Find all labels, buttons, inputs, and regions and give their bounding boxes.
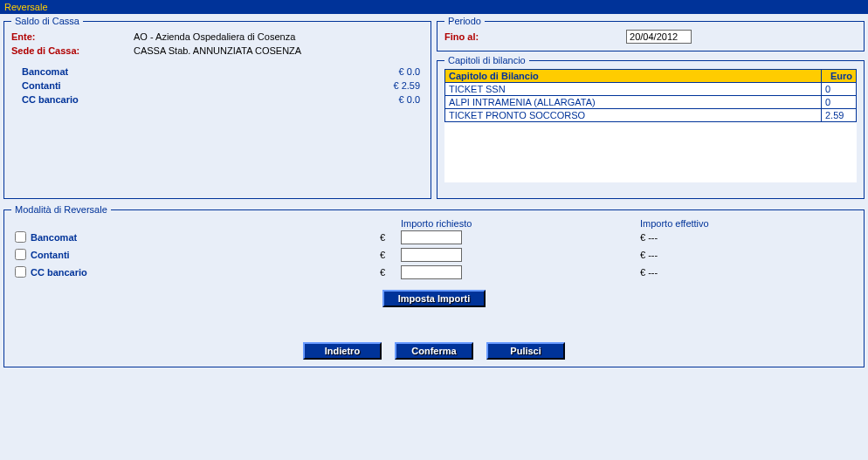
saldo-row: Bancomat € 0.0	[11, 65, 424, 79]
title-bar: Reversale	[0, 0, 868, 14]
saldo-row: Contanti € 2.59	[11, 79, 424, 93]
periodo-legend: Periodo	[444, 16, 485, 26]
sede-value: CASSA Stab. ANNUNZIATA COSENZA	[134, 45, 301, 56]
capitolo-name: TICKET SSN	[445, 83, 822, 96]
modalita-row-name: CC bancario	[31, 267, 380, 278]
fino-al-label: Fino al:	[444, 31, 619, 42]
saldo-row-amount: € 0.0	[399, 94, 420, 105]
currency-symbol: €	[380, 250, 401, 260]
capitolo-name: TICKET PRONTO SOCCORSO	[445, 109, 822, 122]
modalita-row: CC bancario € € ---	[11, 264, 857, 281]
bancomat-effettivo: € ---	[640, 232, 771, 243]
saldo-row-amount: € 2.59	[393, 80, 420, 91]
saldo-di-cassa-group: Saldo di Cassa Ente: AO - Azienda Ospeda…	[3, 16, 431, 199]
sede-label: Sede di Cassa:	[11, 45, 134, 56]
ente-label: Ente:	[11, 31, 134, 42]
capitoli-col-euro: Euro	[822, 70, 857, 83]
contanti-checkbox[interactable]	[15, 249, 26, 260]
bancomat-importo-input[interactable]	[401, 230, 462, 244]
importo-richiesto-header: Importo richiesto	[401, 218, 619, 229]
conferma-button[interactable]: Conferma	[395, 342, 473, 360]
modalita-group: Modalità di Reversale Importo richiesto …	[3, 204, 865, 367]
importo-effettivo-header: Importo effettivo	[640, 218, 771, 229]
saldo-row-amount: € 0.0	[399, 66, 420, 77]
ccbancario-importo-input[interactable]	[401, 265, 462, 279]
modalita-row: Contanti € € ---	[11, 246, 857, 264]
pulisci-button[interactable]: Pulisci	[486, 342, 565, 360]
modalita-row-name: Bancomat	[31, 232, 380, 243]
saldo-row: CC bancario € 0.0	[11, 93, 424, 106]
capitolo-euro: 0	[822, 96, 857, 109]
ccbancario-effettivo: € ---	[640, 267, 771, 278]
contanti-effettivo: € ---	[640, 250, 771, 260]
ente-value: AO - Azienda Ospedaliera di Cosenza	[134, 31, 295, 42]
ccbancario-checkbox[interactable]	[15, 266, 26, 278]
modalita-row: Bancomat € € ---	[11, 229, 857, 246]
fino-al-input[interactable]	[626, 30, 692, 44]
saldo-row-name: Bancomat	[22, 66, 68, 77]
contanti-importo-input[interactable]	[401, 248, 462, 262]
capitoli-table: Capitolo di Bilancio Euro TICKET SSN 0 A…	[444, 69, 857, 122]
periodo-group: Periodo Fino al:	[437, 16, 865, 51]
bancomat-checkbox[interactable]	[15, 231, 26, 243]
table-row[interactable]: TICKET PRONTO SOCCORSO 2.59	[445, 109, 857, 122]
modalita-legend: Modalità di Reversale	[11, 204, 111, 215]
capitolo-name: ALPI INTRAMENIA (ALLARGATA)	[445, 96, 822, 109]
modalita-row-name: Contanti	[31, 250, 380, 260]
saldo-row-name: Contanti	[22, 80, 61, 91]
table-row[interactable]: ALPI INTRAMENIA (ALLARGATA) 0	[445, 96, 857, 109]
capitoli-legend: Capitoli di bilancio	[444, 55, 529, 65]
capitolo-euro: 2.59	[822, 109, 857, 122]
indietro-button[interactable]: Indietro	[303, 342, 382, 360]
table-row[interactable]: TICKET SSN 0	[445, 83, 857, 96]
capitoli-col-name: Capitolo di Bilancio	[445, 70, 822, 83]
currency-symbol: €	[380, 232, 401, 243]
imposta-importi-button[interactable]: Imposta Importi	[382, 290, 486, 307]
saldo-row-name: CC bancario	[22, 94, 79, 105]
capitolo-euro: 0	[822, 83, 857, 96]
saldo-legend: Saldo di Cassa	[11, 16, 83, 26]
currency-symbol: €	[380, 267, 401, 278]
capitoli-group: Capitoli di bilancio Capitolo di Bilanci…	[437, 55, 865, 199]
